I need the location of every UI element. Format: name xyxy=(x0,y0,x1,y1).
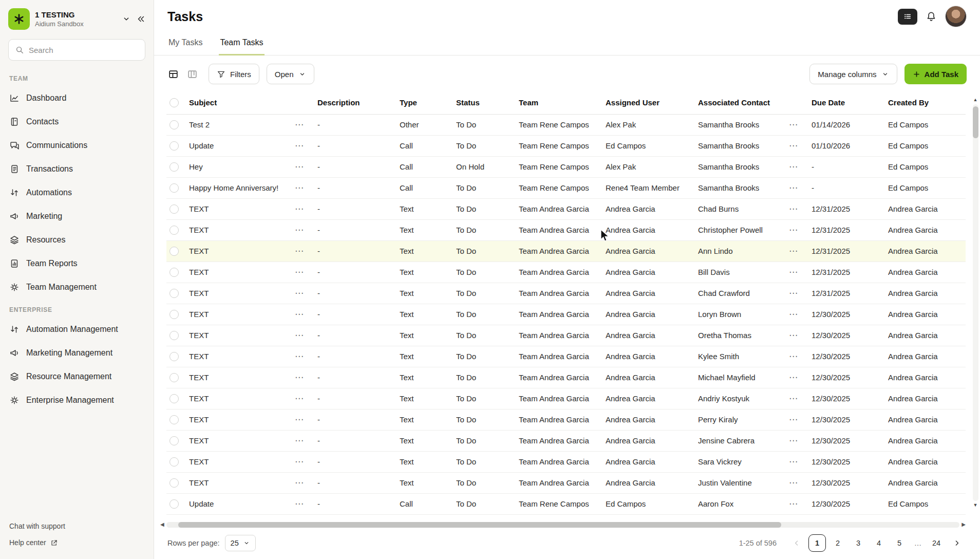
row-actions-button[interactable]: ⋯ xyxy=(789,478,798,487)
help-center-link[interactable]: Help center xyxy=(9,534,144,551)
search-box[interactable] xyxy=(8,39,145,61)
row-actions-button[interactable]: ⋯ xyxy=(295,436,304,445)
select-all-checkbox[interactable] xyxy=(169,98,179,107)
row-checkbox[interactable] xyxy=(169,289,179,298)
status-filter-dropdown[interactable]: Open xyxy=(267,64,314,84)
row-actions-button[interactable]: ⋯ xyxy=(789,310,798,319)
table-row[interactable]: Update⋯-CallTo DoTeam Rene CamposEd Camp… xyxy=(166,135,966,156)
app-logo[interactable] xyxy=(8,8,30,30)
row-actions-button[interactable]: ⋯ xyxy=(295,268,304,276)
sidebar-item-dashboard[interactable]: Dashboard xyxy=(0,86,154,110)
row-actions-button[interactable]: ⋯ xyxy=(295,499,304,508)
page-button-2[interactable]: 2 xyxy=(829,534,846,552)
row-actions-button[interactable]: ⋯ xyxy=(295,226,304,234)
row-actions-button[interactable]: ⋯ xyxy=(295,120,304,129)
manage-columns-button[interactable]: Manage columns xyxy=(809,64,897,84)
row-actions-button[interactable]: ⋯ xyxy=(789,204,798,213)
row-actions-button[interactable]: ⋯ xyxy=(295,331,304,340)
sidebar-item-communications[interactable]: Communications xyxy=(0,134,154,157)
table-row[interactable]: TEXT⋯-TextTo DoTeam Andrea GarciaAndrea … xyxy=(166,283,966,304)
column-header-type[interactable]: Type xyxy=(400,91,456,114)
row-actions-button[interactable]: ⋯ xyxy=(295,141,304,150)
horizontal-scroll-track[interactable] xyxy=(166,522,960,528)
row-actions-button[interactable]: ⋯ xyxy=(789,373,798,382)
board-view-icon[interactable] xyxy=(185,67,199,81)
row-actions-button[interactable]: ⋯ xyxy=(295,415,304,424)
table-row[interactable]: TEXT⋯-TextTo DoTeam Andrea GarciaAndrea … xyxy=(166,325,966,346)
row-actions-button[interactable]: ⋯ xyxy=(295,289,304,297)
table-row[interactable]: TEXT⋯-TextTo DoTeam Andrea GarciaAndrea … xyxy=(166,388,966,409)
next-page-button[interactable] xyxy=(948,534,966,552)
scroll-up-icon[interactable]: ▲ xyxy=(973,97,978,103)
row-checkbox[interactable] xyxy=(169,457,179,467)
row-actions-button[interactable]: ⋯ xyxy=(295,394,304,403)
row-actions-button[interactable]: ⋯ xyxy=(789,268,798,276)
row-actions-button[interactable]: ⋯ xyxy=(789,226,798,234)
table-row[interactable]: TEXT⋯-TextTo DoTeam Andrea GarciaAndrea … xyxy=(166,451,966,472)
row-actions-button[interactable]: ⋯ xyxy=(295,478,304,487)
column-header-assigned-user[interactable]: Assigned User xyxy=(606,91,698,114)
tab-team-tasks[interactable]: Team Tasks xyxy=(219,33,264,55)
sidebar-item-transactions[interactable]: Transactions xyxy=(0,157,154,181)
row-actions-button[interactable]: ⋯ xyxy=(789,183,798,192)
page-button-24[interactable]: 24 xyxy=(928,534,945,552)
row-actions-button[interactable]: ⋯ xyxy=(789,394,798,403)
row-actions-button[interactable]: ⋯ xyxy=(789,436,798,445)
table-row[interactable]: Hey⋯-CallOn HoldTeam Rene CamposAlex Pak… xyxy=(166,156,966,177)
sidebar-item-contacts[interactable]: Contacts xyxy=(0,110,154,134)
row-actions-button[interactable]: ⋯ xyxy=(789,415,798,424)
table-row[interactable]: TEXT⋯-TextTo DoTeam Andrea GarciaAndrea … xyxy=(166,219,966,240)
column-header-status[interactable]: Status xyxy=(456,91,519,114)
row-checkbox[interactable] xyxy=(169,331,179,340)
notifications-bell-icon[interactable] xyxy=(926,11,937,22)
table-row[interactable]: Happy Home Anniversary!⋯-CallTo DoTeam R… xyxy=(166,177,966,198)
row-checkbox[interactable] xyxy=(169,162,179,172)
user-avatar[interactable] xyxy=(945,6,967,27)
vertical-scrollbar[interactable]: ▲ ▼ xyxy=(972,97,979,509)
row-actions-button[interactable]: ⋯ xyxy=(789,162,798,171)
row-checkbox[interactable] xyxy=(169,415,179,424)
table-view-icon[interactable] xyxy=(166,67,180,81)
scroll-right-icon[interactable]: ▶ xyxy=(962,522,966,527)
sidebar-item-team-reports[interactable]: Team Reports xyxy=(0,252,154,275)
table-row[interactable]: TEXT⋯-TextTo DoTeam Andrea GarciaAndrea … xyxy=(166,409,966,430)
row-actions-button[interactable]: ⋯ xyxy=(789,141,798,150)
row-actions-button[interactable]: ⋯ xyxy=(295,352,304,361)
row-checkbox[interactable] xyxy=(169,478,179,488)
vertical-scroll-thumb[interactable] xyxy=(973,106,978,138)
column-header-created-by[interactable]: Created By xyxy=(888,91,966,114)
row-actions-button[interactable]: ⋯ xyxy=(295,457,304,466)
row-checkbox[interactable] xyxy=(169,183,179,193)
row-actions-button[interactable]: ⋯ xyxy=(789,499,798,508)
sidebar-item-enterprise-management[interactable]: Enterprise Management xyxy=(0,388,154,412)
row-actions-button[interactable]: ⋯ xyxy=(789,457,798,466)
search-input[interactable] xyxy=(29,46,139,54)
table-row[interactable]: Test 2⋯-OtherTo DoTeam Rene CamposAlex P… xyxy=(166,114,966,135)
table-row[interactable]: TEXT⋯-TextTo DoTeam Andrea GarciaAndrea … xyxy=(166,367,966,388)
add-task-button[interactable]: Add Task xyxy=(904,64,967,84)
row-checkbox[interactable] xyxy=(169,310,179,319)
scroll-left-icon[interactable]: ◀ xyxy=(160,522,164,527)
table-row[interactable]: TEXT⋯-TextTo DoTeam Andrea GarciaAndrea … xyxy=(166,430,966,451)
sidebar-item-team-management[interactable]: Team Management xyxy=(0,275,154,299)
row-actions-button[interactable]: ⋯ xyxy=(295,247,304,255)
row-checkbox[interactable] xyxy=(169,204,179,214)
page-button-3[interactable]: 3 xyxy=(850,534,867,552)
sidebar-item-resources[interactable]: Resources xyxy=(0,228,154,252)
table-row[interactable]: TEXT⋯-TextTo DoTeam Andrea GarciaAndrea … xyxy=(166,262,966,283)
horizontal-scroll-thumb[interactable] xyxy=(178,522,781,528)
vertical-scroll-track[interactable] xyxy=(973,104,978,501)
column-header-associated-contact[interactable]: Associated Contact xyxy=(698,91,812,114)
row-actions-button[interactable]: ⋯ xyxy=(295,204,304,213)
table-row[interactable]: TEXT⋯-TextTo DoTeam Andrea GarciaAndrea … xyxy=(166,198,966,219)
row-actions-button[interactable]: ⋯ xyxy=(295,373,304,382)
list-view-toggle-button[interactable] xyxy=(898,9,917,25)
table-row[interactable]: TEXT⋯-TextTo DoTeam Andrea GarciaAndrea … xyxy=(166,346,966,367)
page-button-5[interactable]: 5 xyxy=(891,534,908,552)
workspace-chevron-down-icon[interactable] xyxy=(122,14,131,24)
sidebar-item-marketing-management[interactable]: Marketing Management xyxy=(0,341,154,365)
row-checkbox[interactable] xyxy=(169,226,179,235)
row-checkbox[interactable] xyxy=(169,352,179,361)
column-header-description[interactable]: Description xyxy=(317,91,400,114)
row-checkbox[interactable] xyxy=(169,499,179,509)
